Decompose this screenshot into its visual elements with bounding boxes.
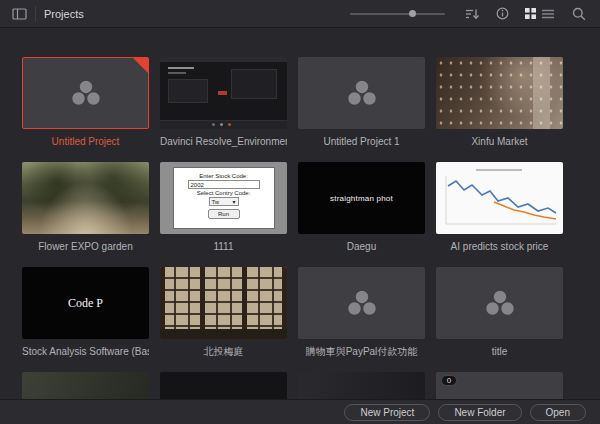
titlebar-divider [35, 6, 36, 22]
dialog-country-select: Tw▾ [209, 197, 239, 206]
project-name: Davinci Resolve_Environment se... [160, 136, 287, 148]
search-icon[interactable] [572, 7, 586, 21]
project-name: AI predicts stock price [436, 241, 563, 253]
project-thumbnail [298, 57, 425, 129]
open-button[interactable]: Open [530, 404, 586, 421]
default-project-icon [69, 78, 103, 108]
sort-icon[interactable] [465, 8, 480, 20]
project-thumbnail: Enter Stock Code: 2002 Select Contry Cod… [160, 162, 287, 234]
default-project-icon [345, 78, 379, 108]
project-thumbnail [436, 267, 563, 339]
dialog-run-button: Run [208, 209, 240, 219]
project-card-ai-predicts-stock-price[interactable]: AI predicts stock price [436, 162, 563, 253]
project-thumbnail [160, 57, 287, 129]
project-thumbnail [298, 267, 425, 339]
project-card-flower-expo-garden[interactable]: Flower EXPO garden [22, 162, 149, 253]
black-title-thumbnail: Code P [22, 267, 149, 339]
default-project-icon [483, 288, 517, 318]
project-card-title[interactable]: title [436, 267, 563, 358]
thumbnail-caption: straightman phot [330, 194, 393, 203]
project-card-untitled-project[interactable]: Untitled Project [22, 57, 149, 148]
project-name: title [436, 346, 563, 358]
window-lattice-photo-thumbnail [160, 267, 287, 339]
default-project-icon [345, 288, 379, 318]
project-name: 北投梅庭 [160, 346, 287, 358]
project-database-panel-icon[interactable] [12, 8, 27, 20]
new-folder-button[interactable]: New Folder [438, 404, 521, 421]
count-badge: 0 [441, 375, 457, 386]
project-name: Daegu [298, 241, 425, 253]
project-card-daegu[interactable]: straightman phot Daegu [298, 162, 425, 253]
project-name: Untitled Project [22, 136, 149, 148]
slider-knob[interactable] [409, 10, 416, 17]
project-card-beitou-meiting[interactable]: 北投梅庭 [160, 267, 287, 358]
project-thumbnail [160, 267, 287, 339]
resolve-screenshot-thumbnail [160, 57, 287, 129]
project-card-paypal-cart[interactable]: 購物車與PayPal付款功能 [298, 267, 425, 358]
project-thumbnail [436, 162, 563, 234]
garden-photo-thumbnail [22, 162, 149, 234]
footer-bar: New Project New Folder Open [0, 399, 600, 424]
thumbnail-size-slider[interactable] [350, 7, 445, 21]
project-thumbnail [436, 57, 563, 129]
project-name: Stock Analysis Software (Basic V... [22, 346, 149, 358]
black-title-thumbnail: straightman phot [298, 162, 425, 234]
project-name: Xinfu Market [436, 136, 563, 148]
project-thumbnail [22, 57, 149, 129]
slider-track [350, 13, 445, 15]
project-name: 1111 [160, 241, 287, 253]
project-thumbnail: Code P [22, 267, 149, 339]
project-card-davinci-environment[interactable]: Davinci Resolve_Environment se... [160, 57, 287, 148]
project-card-1111[interactable]: Enter Stock Code: 2002 Select Contry Cod… [160, 162, 287, 253]
project-thumbnail: straightman phot [298, 162, 425, 234]
project-card-untitled-project-1[interactable]: Untitled Project 1 [298, 57, 425, 148]
project-thumbnail [22, 162, 149, 234]
project-name: Flower EXPO garden [22, 241, 149, 253]
new-project-button[interactable]: New Project [344, 404, 430, 421]
titlebar: Projects [0, 0, 600, 28]
info-icon[interactable] [496, 7, 509, 20]
project-card-xinfu-market[interactable]: Xinfu Market [436, 57, 563, 148]
project-name: Untitled Project 1 [298, 136, 425, 148]
list-view-icon[interactable] [542, 9, 554, 19]
market-photo-thumbnail [436, 57, 563, 129]
project-name: 購物車與PayPal付款功能 [298, 346, 425, 358]
dialog-prompt: Enter Stock Code: [199, 172, 248, 180]
thumbnail-caption: Code P [68, 296, 103, 311]
dialog-prompt: Select Contry Code: [197, 189, 251, 197]
selected-corner-marker [133, 58, 148, 73]
stock-chart-thumbnail [436, 162, 563, 234]
dialog-code-input: 2002 [188, 180, 260, 189]
dialog-screenshot-thumbnail: Enter Stock Code: 2002 Select Contry Cod… [160, 162, 287, 234]
stock-code-dialog: Enter Stock Code: 2002 Select Contry Cod… [173, 167, 275, 229]
project-grid: Untitled Project Davinci Resolve_Environ… [22, 57, 563, 424]
project-card-stock-analysis-software[interactable]: Code P Stock Analysis Software (Basic V.… [22, 267, 149, 358]
grid-view-icon[interactable] [525, 8, 536, 19]
page-title: Projects [44, 8, 84, 20]
